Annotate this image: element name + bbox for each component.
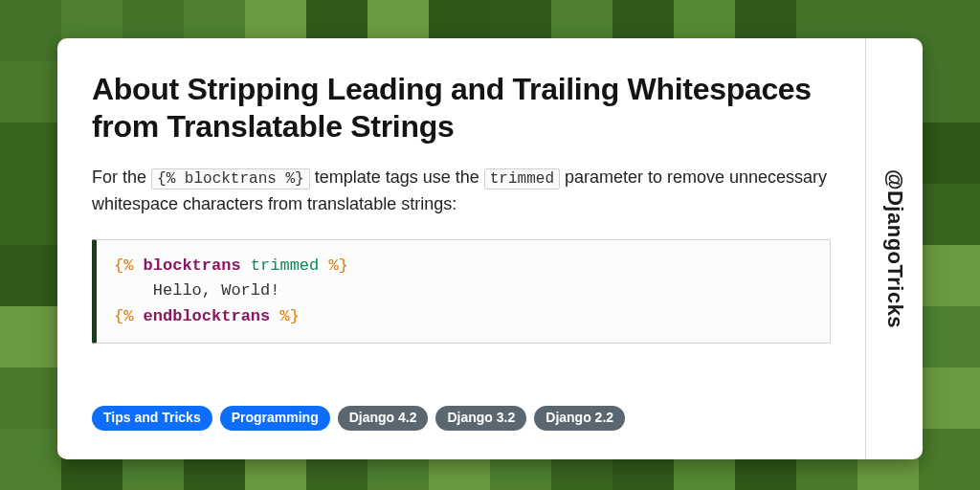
code-token: {%: [114, 256, 133, 275]
code-token: %}: [279, 307, 299, 325]
tag-pill[interactable]: Programming: [220, 406, 330, 431]
author-handle: @DjangoTricks: [882, 169, 907, 328]
card-main: About Stripping Leading and Trailing Whi…: [57, 38, 865, 459]
post-title: About Stripping Leading and Trailing Whi…: [92, 71, 831, 145]
code-token: endblocktrans: [144, 307, 271, 325]
tag-pill[interactable]: Django 3.2: [435, 406, 526, 431]
card-side: @DjangoTricks: [865, 38, 923, 459]
post-description: For the {% blocktrans %} template tags u…: [92, 165, 831, 218]
code-token: blocktrans: [144, 256, 241, 275]
code-token: {%: [114, 307, 133, 325]
tag-pill[interactable]: Django 2.2: [534, 406, 625, 431]
tag-row: Tips and TricksProgrammingDjango 4.2Djan…: [92, 406, 831, 431]
code-token: trimmed: [251, 256, 319, 275]
inline-code-trimmed: trimmed: [484, 168, 560, 189]
content-card: About Stripping Leading and Trailing Whi…: [57, 38, 923, 459]
code-token: Hello, World!: [114, 281, 279, 300]
tag-pill[interactable]: Tips and Tricks: [92, 406, 212, 431]
desc-text: For the: [92, 167, 151, 187]
tag-pill[interactable]: Django 4.2: [338, 406, 429, 431]
desc-text: template tags use the: [310, 167, 484, 187]
code-token: %}: [328, 256, 347, 275]
code-block: {% blocktrans trimmed %} Hello, World! {…: [92, 239, 831, 344]
inline-code-blocktrans: {% blocktrans %}: [151, 168, 310, 189]
